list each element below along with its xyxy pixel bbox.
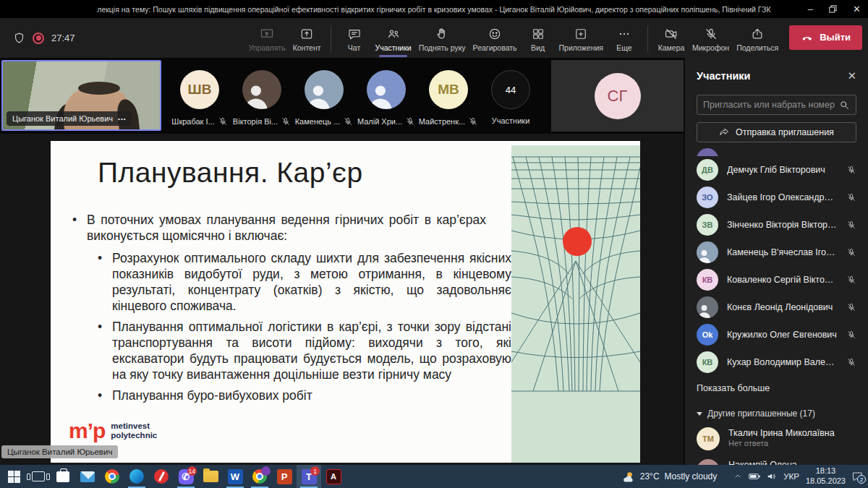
participant-tile[interactable]: ШВ Шкрабак І... <box>169 58 231 134</box>
participant-row[interactable]: КВ Кухар Володимир Валентинович <box>697 348 856 376</box>
participants-count: 44 <box>491 70 530 109</box>
more-options-icon[interactable]: ••• <box>118 116 126 122</box>
participant-tile[interactable]: Вікторія Ві... <box>231 58 293 134</box>
video-figure <box>78 82 120 95</box>
invite-status: Нет ответа <box>728 439 835 448</box>
slide-sub-bullet: Планування буро-вибухових робіт <box>98 388 511 403</box>
avatar: МВ <box>429 70 468 109</box>
person-silhouette-icon <box>697 296 718 318</box>
chrome-profile-icon[interactable] <box>247 465 272 488</box>
tray-time: 18:13 <box>806 466 846 476</box>
manage-button[interactable]: Управлять <box>245 24 289 52</box>
avatar: ТМ <box>697 427 720 450</box>
avatar-photo <box>697 241 718 263</box>
ellipsis-icon <box>617 27 631 41</box>
participant-name: Малій Хри... <box>357 117 402 126</box>
participant-name: Вікторія Ві... <box>233 117 278 126</box>
powerpoint-icon[interactable]: P <box>272 465 297 488</box>
video-filmstrip: Цыганок Виталий Юрьевич ••• ШВ Шкрабак І… <box>0 58 684 134</box>
participant-row[interactable]: ЗО Зайцев Ігор Олександрович <box>697 184 856 211</box>
chrome-icon[interactable] <box>100 465 124 488</box>
clock-widget[interactable]: 18:13 18.05.2023 <box>806 466 846 487</box>
start-button[interactable] <box>1 465 26 488</box>
mic-off-icon <box>846 275 856 285</box>
search-icon <box>839 100 850 111</box>
chevron-down-icon <box>697 412 702 416</box>
mic-button[interactable]: Микрофон <box>689 24 733 52</box>
participant-name: Шкрабак І... <box>171 117 214 126</box>
participant-tile[interactable]: Малій Хри... <box>355 58 417 134</box>
language-indicator[interactable]: УКР <box>783 472 799 481</box>
invited-row[interactable]: ТМ Ткалич Ірина Миколаївна Нет ответа <box>697 427 856 450</box>
participant-name: Кухар Володимир Валентинович <box>727 357 838 367</box>
participant-row[interactable]: Ok Кружилко Олег Євгенович <box>697 321 856 348</box>
profile-badge <box>261 466 271 476</box>
raise-hand-button[interactable]: Поднять руку <box>415 24 469 52</box>
participants-button[interactable]: Участники <box>372 24 415 52</box>
grid-icon <box>531 27 545 41</box>
viber-icon[interactable]: ✆ 14 <box>174 465 198 488</box>
participant-row[interactable]: Конєв Леонід Леонідович <box>697 294 856 321</box>
leave-button[interactable]: Выйти <box>789 25 862 50</box>
action-center-icon[interactable]: 2 <box>852 471 863 481</box>
window-title: лекція на тему: Пошук шляхів підвищення … <box>97 5 770 14</box>
close-button[interactable]: ✕ <box>853 4 861 14</box>
react-button[interactable]: Реагировать <box>469 24 521 52</box>
search-input[interactable] <box>703 100 835 110</box>
other-invited-section[interactable]: Другие приглашенные (17) <box>697 408 856 419</box>
tray-chevron-icon[interactable] <box>733 472 742 481</box>
participant-row[interactable]: ДВ Демчук Гліб Вікторович <box>697 156 856 184</box>
more-button[interactable]: Еще <box>607 24 642 52</box>
tray-date: 18.05.2023 <box>806 476 846 487</box>
close-panel-icon[interactable]: ✕ <box>847 69 856 82</box>
battery-icon[interactable] <box>749 472 760 481</box>
participants-panel: Участники ✕ Отправка приглашения ДВ Демч… <box>684 58 868 465</box>
weather-desc: Mostly cloudy <box>665 471 718 481</box>
speaker-video-tile[interactable]: Цыганок Виталий Юрьевич ••• <box>1 60 161 131</box>
invite-search-box[interactable] <box>697 95 856 115</box>
mail-icon[interactable] <box>75 465 100 488</box>
task-view-button[interactable] <box>26 465 51 488</box>
word-icon[interactable]: W <box>223 465 247 488</box>
invited-row[interactable]: Накемпій Олена Костянтинівна Принято <box>697 459 856 465</box>
acrobat-icon[interactable]: A <box>321 465 346 488</box>
apps-button[interactable]: Приложения <box>556 24 607 52</box>
mic-off-icon <box>846 357 856 367</box>
participants-count-label: Участники <box>492 116 530 125</box>
person-silhouette-icon <box>242 70 281 109</box>
red-app-icon[interactable] <box>149 465 174 488</box>
microsoft-store-icon[interactable] <box>51 465 75 488</box>
avatar: ЗВ <box>697 214 718 236</box>
participants-count-tile[interactable]: 44 Участники <box>480 58 542 134</box>
participant-row[interactable]: ЗВ Зінченко Вікторія Вікторівна <box>697 211 856 239</box>
avatar: КВ <box>697 269 718 291</box>
weather-widget[interactable]: 23°C Mostly cloudy <box>621 471 718 482</box>
plus-square-icon <box>574 27 588 41</box>
active-speaker-tile[interactable]: СГ <box>551 60 684 132</box>
speaker-icon[interactable] <box>767 472 777 481</box>
chat-button[interactable]: Чат <box>337 24 372 52</box>
teams-icon[interactable]: T 1 <box>297 465 321 488</box>
teams-badge: 1 <box>310 466 320 476</box>
participant-row[interactable]: КВ Коваленко Сергій Вікторович <box>697 266 856 294</box>
file-explorer-icon[interactable] <box>198 465 223 488</box>
camera-off-icon <box>664 27 678 41</box>
participants-icon <box>386 27 401 41</box>
mic-off-icon <box>281 116 291 127</box>
minimize-button[interactable]: – <box>808 4 813 14</box>
restore-button[interactable] <box>829 5 837 13</box>
edge-icon[interactable] <box>124 465 149 488</box>
show-more-link[interactable]: Показать больше <box>697 383 856 393</box>
mic-off-icon <box>846 165 856 175</box>
participant-tile[interactable]: Каменець ... <box>293 58 355 134</box>
content-button[interactable]: Контент <box>289 24 325 52</box>
participant-row[interactable]: Каменець В'ячеслав Ігорович <box>697 239 856 266</box>
send-invite-button[interactable]: Отправка приглашения <box>697 122 856 142</box>
participant-name: Зайцев Ігор Олександрович <box>727 192 838 202</box>
share-button[interactable]: Поделиться <box>733 24 782 52</box>
participant-tile[interactable]: МВ Майстренк... <box>417 58 480 134</box>
view-button[interactable]: Вид <box>521 24 556 52</box>
participant-name: Демчук Гліб Вікторович <box>727 165 838 175</box>
camera-button[interactable]: Камера <box>654 24 689 52</box>
avatar: СГ <box>595 73 641 119</box>
